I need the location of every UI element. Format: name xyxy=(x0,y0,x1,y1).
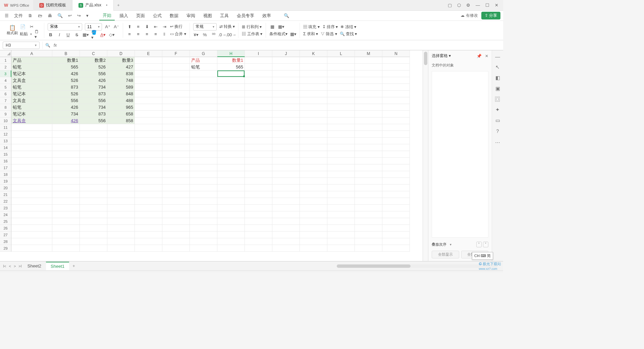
cell-H7[interactable] xyxy=(217,97,245,104)
cell-E12[interactable] xyxy=(135,131,162,138)
percent-icon[interactable]: % xyxy=(202,32,208,38)
cell-D21[interactable] xyxy=(107,191,135,198)
vertical-scrollbar[interactable] xyxy=(423,50,428,261)
cell-N19[interactable] xyxy=(382,178,410,185)
cell-G21[interactable] xyxy=(190,191,217,198)
cell-I6[interactable] xyxy=(245,91,272,97)
cell-N8[interactable] xyxy=(382,104,410,111)
row-header-6[interactable]: 6 xyxy=(0,91,11,97)
cell-A15[interactable] xyxy=(11,151,52,158)
col-header-B[interactable]: B xyxy=(52,50,80,57)
cell-J7[interactable] xyxy=(272,97,300,104)
cell-F17[interactable] xyxy=(162,164,190,171)
underline-button[interactable]: U xyxy=(65,32,71,38)
cell-B15[interactable] xyxy=(52,151,80,158)
tab-review[interactable]: 审阅 xyxy=(183,11,199,20)
align-bot-icon[interactable]: ⬇ xyxy=(144,24,150,30)
cell-L22[interactable] xyxy=(327,198,355,205)
cell-N17[interactable] xyxy=(382,164,410,171)
search-icon[interactable]: 🔍 xyxy=(282,12,291,19)
cell-L21[interactable] xyxy=(327,191,355,198)
number-format-select[interactable]: 常规▾ xyxy=(193,23,217,31)
cell-I5[interactable] xyxy=(245,84,272,91)
cell-G25[interactable] xyxy=(190,218,217,225)
cell-F6[interactable] xyxy=(162,91,190,97)
qat-save-icon[interactable]: 🗎 xyxy=(26,12,35,19)
cell-I19[interactable] xyxy=(245,178,272,185)
horizontal-scrollbar[interactable] xyxy=(78,264,501,268)
cell-L14[interactable] xyxy=(327,144,355,151)
tool-icon-3[interactable]: ⿴ xyxy=(495,96,500,102)
sheet-nav-last[interactable]: >I xyxy=(17,263,22,269)
cell-K18[interactable] xyxy=(300,171,327,178)
cell-F16[interactable] xyxy=(162,158,190,164)
cell-A17[interactable] xyxy=(11,164,52,171)
cell-L24[interactable] xyxy=(327,211,355,218)
cell-B2[interactable]: 565 xyxy=(52,64,80,70)
cell-C1[interactable]: 数量2 xyxy=(80,57,107,64)
cell-J26[interactable] xyxy=(272,225,300,232)
tab-formula[interactable]: 公式 xyxy=(150,11,165,20)
cell-N21[interactable] xyxy=(382,191,410,198)
cell-I4[interactable] xyxy=(245,77,272,84)
cell-B10[interactable]: 426 xyxy=(52,117,80,124)
move-down-button[interactable]: ˅ xyxy=(483,242,488,247)
cell-A6[interactable]: 笔记本 xyxy=(11,91,52,97)
cell-H6[interactable] xyxy=(217,91,245,97)
cell-I24[interactable] xyxy=(245,211,272,218)
cell-K3[interactable] xyxy=(300,70,327,77)
cell-C4[interactable]: 426 xyxy=(80,77,107,84)
cell-A9[interactable]: 笔记本 xyxy=(11,111,52,117)
clipboard-dd-icon[interactable]: 🗒▾ xyxy=(35,31,41,37)
cell-M14[interactable] xyxy=(355,144,382,151)
cell-E20[interactable] xyxy=(135,185,162,191)
zoom-plus-icon[interactable]: ＋ xyxy=(487,272,491,272)
cell-N11[interactable] xyxy=(382,124,410,131)
cell-I25[interactable] xyxy=(245,218,272,225)
cell-D14[interactable] xyxy=(107,144,135,151)
row-header-12[interactable]: 12 xyxy=(0,131,11,138)
font-name-input[interactable]: ▾ xyxy=(48,23,82,31)
cell-F27[interactable] xyxy=(162,232,190,238)
cell-L17[interactable] xyxy=(327,164,355,171)
find-button[interactable]: 🔍 查找 ▾ xyxy=(340,31,357,37)
cell-D29[interactable] xyxy=(107,245,135,252)
cell-I21[interactable] xyxy=(245,191,272,198)
cell-F18[interactable] xyxy=(162,171,190,178)
cell-B23[interactable] xyxy=(52,205,80,211)
cell-A13[interactable] xyxy=(11,138,52,144)
cell-A18[interactable] xyxy=(11,171,52,178)
qat-print-icon[interactable]: 🖶 xyxy=(46,12,54,19)
cell-D4[interactable]: 748 xyxy=(107,77,135,84)
align-just-icon[interactable]: ≡ xyxy=(153,31,159,37)
cell-A25[interactable] xyxy=(11,218,52,225)
cell-D25[interactable] xyxy=(107,218,135,225)
freeze-button[interactable]: ❄ 冻结 ▾ xyxy=(340,24,356,30)
tab-data[interactable]: 数据 xyxy=(166,11,182,20)
cell-K12[interactable] xyxy=(300,131,327,138)
cell-H3[interactable] xyxy=(217,70,245,77)
cell-B7[interactable]: 556 xyxy=(52,97,80,104)
row-header-11[interactable]: 11 xyxy=(0,124,11,131)
cell-G4[interactable] xyxy=(190,77,217,84)
cell-E10[interactable] xyxy=(135,117,162,124)
tab-member[interactable]: 会员专享 xyxy=(233,11,258,20)
cell-D17[interactable] xyxy=(107,164,135,171)
cell-F25[interactable] xyxy=(162,218,190,225)
cell-D5[interactable]: 589 xyxy=(107,84,135,91)
cell-I23[interactable] xyxy=(245,205,272,211)
cell-G14[interactable] xyxy=(190,144,217,151)
cell-F19[interactable] xyxy=(162,178,190,185)
cell-H10[interactable] xyxy=(217,117,245,124)
cell-K2[interactable] xyxy=(300,64,327,70)
row-header-21[interactable]: 21 xyxy=(0,191,11,198)
cell-H9[interactable] xyxy=(217,111,245,117)
merge-button[interactable]: ▭ 合并 ▾ xyxy=(170,31,186,37)
cell-L20[interactable] xyxy=(327,185,355,191)
cell-A24[interactable] xyxy=(11,211,52,218)
cell-M16[interactable] xyxy=(355,158,382,164)
show-all-button[interactable]: 全部显示 xyxy=(432,251,459,258)
grid-style-icon[interactable]: ▦▾ xyxy=(290,31,296,37)
cell-I3[interactable] xyxy=(245,70,272,77)
cell-K11[interactable] xyxy=(300,124,327,131)
